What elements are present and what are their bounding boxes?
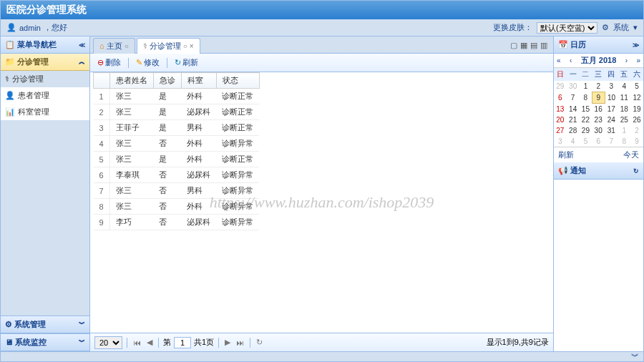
- table-row[interactable]: 4张三否外科诊断异常: [94, 136, 260, 152]
- chevron-down-icon[interactable]: ▾: [633, 23, 638, 32]
- view-icon-3[interactable]: ▤: [530, 41, 537, 50]
- calendar-day[interactable]: 16: [592, 104, 605, 115]
- calendar-day[interactable]: 11: [618, 92, 630, 104]
- calendar-day[interactable]: 4: [567, 136, 580, 147]
- calendar-day[interactable]: 30: [592, 125, 605, 136]
- calendar-day[interactable]: 28: [567, 125, 580, 136]
- cal-today-button[interactable]: 今天: [623, 150, 639, 160]
- calendar-day[interactable]: 9: [630, 136, 643, 147]
- first-page-button[interactable]: ⏮: [132, 338, 142, 347]
- pin-icon[interactable]: ○: [125, 42, 129, 50]
- calendar-day[interactable]: 30: [567, 81, 580, 92]
- column-header[interactable]: 急诊: [153, 73, 181, 89]
- expand-icon[interactable]: ≫: [633, 41, 639, 49]
- close-icon[interactable]: ×: [190, 42, 194, 50]
- nav-item-dept[interactable]: 📊 科室管理: [1, 104, 89, 120]
- calendar-day[interactable]: 14: [567, 104, 580, 115]
- calendar-day[interactable]: 6: [592, 136, 605, 147]
- calendar-day[interactable]: 26: [630, 114, 643, 125]
- user-info: 👤 admin ，您好: [6, 22, 67, 33]
- calendar-day[interactable]: 3: [554, 136, 567, 147]
- calendar-day[interactable]: 13: [554, 104, 567, 115]
- calendar-day[interactable]: 7: [605, 136, 618, 147]
- calendar-day[interactable]: 5: [630, 81, 643, 92]
- calendar-day[interactable]: 25: [618, 114, 630, 125]
- calendar-day[interactable]: 1: [580, 81, 592, 92]
- calendar-day[interactable]: 1: [618, 125, 630, 136]
- column-header[interactable]: 患者姓名: [109, 73, 153, 89]
- user-icon: 👤: [6, 23, 16, 32]
- month-label[interactable]: 五月 2018: [581, 55, 617, 66]
- view-icon-1[interactable]: ▢: [510, 41, 517, 50]
- reload-icon[interactable]: ↻: [633, 167, 639, 175]
- calendar-day[interactable]: 21: [567, 114, 580, 125]
- calendar-header: 📅 日历 ≫: [554, 36, 643, 54]
- calendar-day[interactable]: 24: [605, 114, 618, 125]
- table-row[interactable]: 7张三否男科诊断异常: [94, 183, 260, 199]
- table-row[interactable]: 2张三是泌尿科诊断正常: [94, 104, 260, 120]
- calendar-day[interactable]: 5: [580, 136, 592, 147]
- cal-refresh-button[interactable]: 刷新: [558, 150, 574, 160]
- table-row[interactable]: 3王菲子是男科诊断正常: [94, 120, 260, 136]
- calendar-day[interactable]: 18: [618, 104, 630, 115]
- refresh-button[interactable]: ↻刷新: [172, 56, 201, 69]
- calendar-day[interactable]: 29: [580, 125, 592, 136]
- tab-triage[interactable]: ⚕ 分诊管理 ○ ×: [137, 38, 200, 54]
- calendar-day[interactable]: 29: [554, 81, 567, 92]
- view-icon-4[interactable]: ▥: [540, 41, 547, 50]
- pin-icon[interactable]: ○: [183, 42, 187, 50]
- column-header[interactable]: 状态: [216, 73, 259, 89]
- calendar-day[interactable]: 10: [605, 92, 618, 104]
- calendar-day[interactable]: 4: [618, 81, 630, 92]
- nav-item-triage[interactable]: ⚕ 分诊管理: [1, 71, 89, 87]
- nav-section-triage[interactable]: 📁 分诊管理 ︽: [1, 54, 89, 71]
- calendar-day[interactable]: 9: [592, 92, 605, 104]
- page-size-select[interactable]: 20: [94, 336, 122, 349]
- table-row[interactable]: 8张三否外科诊断异常: [94, 199, 260, 215]
- calendar-day[interactable]: 15: [580, 104, 592, 115]
- calendar-day[interactable]: 20: [554, 114, 567, 125]
- collapse-icon[interactable]: ≪: [79, 41, 85, 49]
- column-header[interactable]: 科室: [181, 73, 216, 89]
- table-row[interactable]: 1张三是外科诊断正常: [94, 89, 260, 104]
- nav-section-sysmon[interactable]: 🖥 系统监控 ︾: [1, 333, 89, 351]
- next-month-button[interactable]: ›: [625, 57, 628, 64]
- data-grid[interactable]: 患者姓名急诊科室状态 1张三是外科诊断正常2张三是泌尿科诊断正常3王菲子是男科诊…: [93, 72, 260, 230]
- calendar-day[interactable]: 23: [592, 114, 605, 125]
- calendar-day[interactable]: 7: [567, 92, 580, 104]
- calendar-day[interactable]: 3: [605, 81, 618, 92]
- nav-item-patient[interactable]: 👤 患者管理: [1, 87, 89, 104]
- calendar-day[interactable]: 19: [630, 104, 643, 115]
- calendar-day[interactable]: 27: [554, 125, 567, 136]
- edit-button[interactable]: ✎修改: [133, 56, 162, 69]
- calendar-day[interactable]: 17: [605, 104, 618, 115]
- calendar-day[interactable]: 12: [630, 92, 643, 104]
- system-menu[interactable]: 系统: [613, 22, 629, 33]
- nav-section-sysmgmt[interactable]: ⚙ 系统管理 ︾: [1, 315, 89, 333]
- prev-year-button[interactable]: «: [557, 57, 561, 64]
- view-icon-2[interactable]: ▦: [520, 41, 527, 50]
- page-input[interactable]: [174, 337, 191, 348]
- calendar-day[interactable]: 8: [618, 136, 630, 147]
- notice-header[interactable]: 📢 通知 ↻: [554, 162, 643, 180]
- app-title: 医院分诊管理系统: [1, 1, 643, 19]
- prev-page-button[interactable]: ◀: [145, 338, 154, 347]
- calendar-day[interactable]: 2: [592, 81, 605, 92]
- last-page-button[interactable]: ⏭: [235, 338, 245, 347]
- calendar-day[interactable]: 22: [580, 114, 592, 125]
- next-page-button[interactable]: ▶: [223, 338, 232, 347]
- tab-home[interactable]: ⌂ 主页 ○: [93, 38, 135, 54]
- calendar-day[interactable]: 31: [605, 125, 618, 136]
- prev-month-button[interactable]: ‹: [570, 57, 572, 64]
- skin-select[interactable]: 默认(天空蓝): [537, 22, 597, 34]
- collapse-icon[interactable]: ︾: [631, 351, 639, 362]
- delete-button[interactable]: ⊖删除: [94, 56, 124, 69]
- calendar-day[interactable]: 6: [554, 92, 567, 104]
- reload-button[interactable]: ↻: [255, 338, 264, 347]
- table-row[interactable]: 6李泰琪否泌尿科诊断异常: [94, 167, 260, 183]
- next-year-button[interactable]: »: [636, 57, 640, 64]
- calendar-day[interactable]: 8: [580, 92, 592, 104]
- table-row[interactable]: 5张三是外科诊断正常: [94, 152, 260, 167]
- calendar-day[interactable]: 2: [630, 125, 643, 136]
- table-row[interactable]: 9李巧否泌尿科诊断异常: [94, 215, 260, 230]
